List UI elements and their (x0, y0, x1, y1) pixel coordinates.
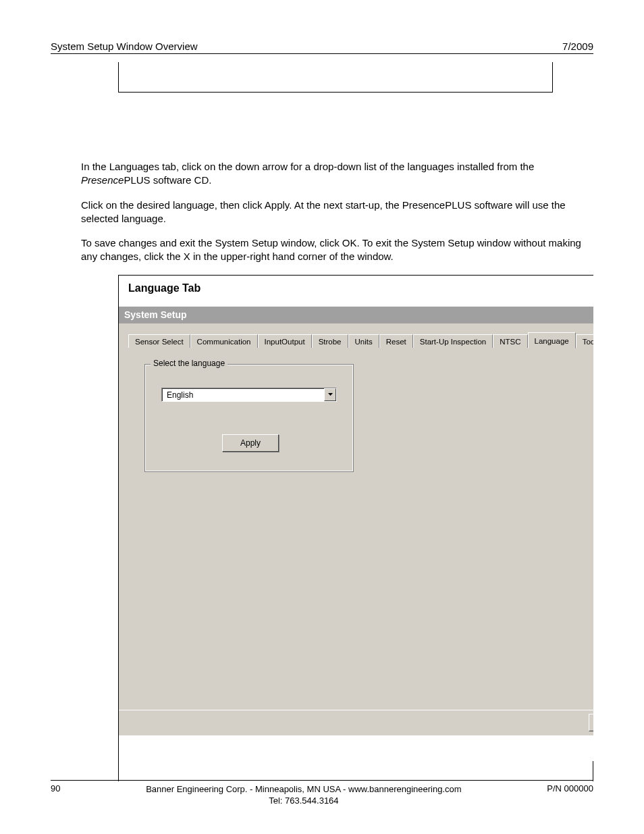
paragraph-3: To save changes and exit the System Setu… (51, 236, 593, 264)
tab-strip: Sensor Select Communication InputOutput … (128, 332, 593, 348)
language-dropdown-value: English (162, 388, 324, 401)
figure-title: Language Tab (119, 276, 593, 307)
tab-sensor-select[interactable]: Sensor Select (128, 334, 190, 348)
tab-panel-language: Select the language English Apply (128, 347, 593, 705)
language-dropdown[interactable]: English (161, 388, 337, 402)
footer-part-number: P/N 000000 (547, 783, 593, 807)
footer-line2: Tel: 763.544.3164 (269, 796, 338, 806)
tab-inputoutput[interactable]: InputOutput (258, 334, 312, 348)
tab-reset[interactable]: Reset (379, 334, 413, 348)
page-footer: 90 Banner Engineering Corp. - Minneapoli… (51, 780, 593, 807)
window-bottom-bar (119, 710, 593, 735)
paragraph-2: Click on the desired language, then clic… (51, 199, 593, 226)
window-body: Sensor Select Communication InputOutput … (119, 323, 593, 735)
figure-language-tab: Language Tab System Setup Sensor Select … (118, 275, 593, 761)
page-header: System Setup Window Overview 7/2009 (51, 41, 593, 54)
tab-startup-inspection[interactable]: Start-Up Inspection (413, 334, 493, 348)
window-title-bar: System Setup (119, 307, 593, 323)
apply-button[interactable]: Apply (222, 434, 279, 452)
figure-border-continuation (118, 761, 593, 781)
header-left: System Setup Window Overview (51, 41, 198, 52)
tab-language[interactable]: Language (528, 332, 576, 348)
svg-marker-0 (328, 393, 333, 396)
tab-units[interactable]: Units (348, 334, 379, 348)
tab-ntsc[interactable]: NTSC (493, 334, 527, 348)
tab-tools-configurat[interactable]: Tools Configurat (576, 334, 593, 348)
previous-figure-remnant (118, 62, 553, 93)
paragraph-1: In the Languages tab, click on the down … (51, 160, 593, 188)
groupbox-label: Select the language (151, 359, 227, 368)
ok-button-partial[interactable] (589, 714, 593, 731)
groupbox-select-language: Select the language English Apply (144, 364, 354, 472)
header-right: 7/2009 (562, 41, 593, 52)
chevron-down-icon[interactable] (324, 388, 336, 401)
tab-communication[interactable]: Communication (190, 334, 258, 348)
footer-line1: Banner Engineering Corp. - Minneapolis, … (146, 784, 462, 794)
tab-strobe[interactable]: Strobe (312, 334, 348, 348)
page-number: 90 (51, 783, 60, 807)
